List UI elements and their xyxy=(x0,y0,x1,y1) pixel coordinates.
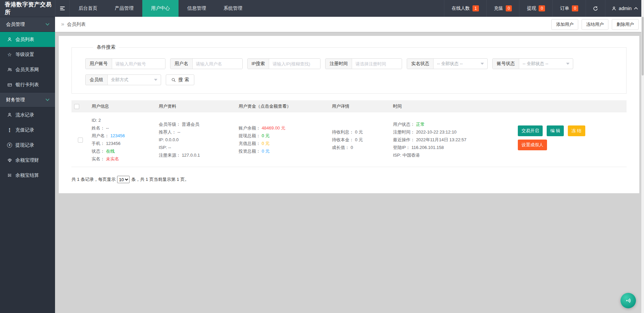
search-legend: 条件搜索 xyxy=(93,44,119,50)
page-size-select[interactable]: 10 xyxy=(117,176,130,183)
sidebar-item-recharge-records[interactable]: ⋮ 充值记录 xyxy=(0,122,55,138)
bank-card-icon xyxy=(7,83,12,87)
nav-stat-recharge-label: 充值 xyxy=(494,5,503,11)
nav-stat-orders-label: 订单 xyxy=(560,5,569,11)
chevron-up-icon xyxy=(634,7,638,10)
freeze-button[interactable]: 冻 结 xyxy=(568,125,585,136)
vertical-dots-icon: ⋮ xyxy=(7,127,12,133)
nav-stat-withdraw[interactable]: 提现 0 xyxy=(519,0,552,17)
nav-item-information[interactable]: 信息管理 xyxy=(179,0,215,17)
user-icon xyxy=(7,112,12,117)
sidebar-group-member-management[interactable]: 会员管理 xyxy=(0,17,55,32)
pending-principal-value: 0 元 xyxy=(355,137,363,142)
sidebar-item-member-list[interactable]: 会员列表 xyxy=(0,32,55,47)
add-user-button[interactable]: 添加用户 xyxy=(551,19,578,30)
reg-time-field-group: 注册时间 xyxy=(325,58,402,69)
sidebar-item-label: 会员关系网 xyxy=(15,67,39,73)
nav-right: 在线人数 1 充值 0 提现 0 订单 0 admin xyxy=(444,0,644,17)
nav-item-system[interactable]: 系统管理 xyxy=(215,0,251,17)
row-checkbox[interactable] xyxy=(78,138,83,143)
recharge-total-amount[interactable]: 0 元 xyxy=(262,141,270,146)
sidebar-item-label: 余额宝结算 xyxy=(15,172,39,178)
pagination-prefix: 共 1 条记录，每页显示 xyxy=(71,176,115,182)
real-status-select[interactable]: -- 全部状态 -- xyxy=(434,61,487,67)
name-label: 姓名： xyxy=(92,125,106,131)
last-action-label: 最近操作： xyxy=(393,137,416,142)
sidebar-item-level-settings[interactable]: ☆ 等级设置 xyxy=(0,47,55,62)
page-scrollbar xyxy=(641,0,644,313)
user-menu[interactable]: admin xyxy=(605,0,644,17)
member-group-field-group: 会员组 全部方式 xyxy=(85,74,161,85)
sidebar-item-label: 流水记录 xyxy=(15,112,34,118)
level-label: 会员等级： xyxy=(159,122,182,127)
user-status-badge: 正常 xyxy=(416,122,425,127)
account-status-field-group: 账号状态 -- 全部状态 -- xyxy=(492,58,573,69)
balance-label: 账户余额： xyxy=(239,125,262,131)
header-user-funds: 用户资金（点击金额查看） xyxy=(236,100,329,112)
freeze-user-button[interactable]: 冻结用户 xyxy=(582,19,608,30)
search-button-label: 搜 索 xyxy=(179,77,189,83)
invest-total-amount[interactable]: 0 元 xyxy=(262,149,270,154)
search-filter-box: 条件搜索 用户账号 用户名 IP搜索 xyxy=(71,44,627,94)
account-status-select[interactable]: -- 全部状态 -- xyxy=(519,61,573,67)
online-status-badge: 在线 xyxy=(106,149,115,154)
withdraw-total-label: 提现总额： xyxy=(239,133,262,138)
nav-item-dashboard[interactable]: 后台首页 xyxy=(70,0,106,17)
list-icon xyxy=(7,173,12,177)
sidebar-item-label: 提现记录 xyxy=(15,142,34,148)
pagination: 共 1 条记录，每页显示 10 条，共 1 页当前显示第 1 页。 xyxy=(71,176,627,183)
login-ip-value: 116.206.101.158 xyxy=(411,145,444,150)
delete-user-button[interactable]: 删除用户 xyxy=(612,19,639,30)
balance-amount[interactable]: 48469.00 元 xyxy=(262,125,286,131)
sidebar-item-yuebao-finance[interactable]: 余额宝理财 xyxy=(0,153,55,168)
nav-stat-recharge[interactable]: 充值 0 xyxy=(486,0,519,17)
header-user-details: 用户详情 xyxy=(329,100,390,112)
recharge-count-badge: 0 xyxy=(506,5,512,11)
sidebar-item-flow-records[interactable]: 流水记录 xyxy=(0,107,55,122)
cell-user-profile: 会员等级： 普通会员 推荐人： -- IP: 0.0.0.0 ISP: -- 注… xyxy=(156,112,236,167)
nav-item-products[interactable]: 产品管理 xyxy=(106,0,142,17)
refresh-icon xyxy=(593,6,598,11)
reg-time-input[interactable] xyxy=(352,59,402,69)
phone-label: 手机： xyxy=(92,141,106,146)
star-icon: ☆ xyxy=(7,52,12,57)
ip-field-label: IP搜索 xyxy=(248,59,269,69)
sidebar-item-yuebao-settlement[interactable]: 余额宝结算 xyxy=(0,168,55,183)
trade-toggle-button[interactable]: 交易开启 xyxy=(518,125,543,136)
nav-item-user-center[interactable]: 用户中心 xyxy=(142,0,179,17)
recharge-total-label: 充值总额： xyxy=(239,141,262,146)
cell-user-funds: 账户余额： 48469.00 元 提现总额： 0 元 充值总额： 0 元 投资总… xyxy=(236,112,329,167)
nav-stat-orders[interactable]: 订单 0 xyxy=(552,0,586,17)
user-status-label: 用户状态： xyxy=(393,122,416,127)
id-label: ID: xyxy=(92,118,98,123)
refresh-button[interactable] xyxy=(586,0,605,17)
cell-time: 用户状态： 正常 注册时间： 2022-10-22 23:12:10 最近操作：… xyxy=(390,112,515,167)
account-input[interactable] xyxy=(112,59,165,69)
search-button[interactable]: 搜 索 xyxy=(166,74,195,85)
sidebar-item-member-network[interactable]: 会员关系网 xyxy=(0,62,55,77)
service-widget-button[interactable] xyxy=(621,293,636,308)
withdraw-total-amount[interactable]: 0 元 xyxy=(262,133,270,138)
username-link[interactable]: 123456 xyxy=(110,133,125,138)
scrollbar-thumb[interactable] xyxy=(642,17,644,75)
realname-label: 实名： xyxy=(92,156,106,161)
sidebar-item-label: 会员列表 xyxy=(15,37,34,43)
sidebar-item-withdraw-records[interactable]: ¥ 提现记录 xyxy=(0,138,55,153)
member-group-select[interactable]: 全部方式 xyxy=(108,77,161,83)
online-count-badge: 1 xyxy=(473,5,479,11)
login-ip-label: 登陆IP： xyxy=(393,145,411,150)
content-area: 条件搜索 用户账号 用户名 IP搜索 xyxy=(55,32,644,313)
sidebar-item-bank-card-list[interactable]: 银行卡列表 xyxy=(0,77,55,92)
select-all-checkbox[interactable] xyxy=(74,104,79,109)
ip-search-input[interactable] xyxy=(269,59,320,69)
sidebar-item-label: 充值记录 xyxy=(15,127,34,133)
account-field-group: 用户账号 xyxy=(85,58,165,69)
set-fake-user-button[interactable]: 设置成假人 xyxy=(518,140,547,150)
real-status-field-label: 实名状态 xyxy=(407,59,434,69)
sidebar-group-finance-management[interactable]: 财务管理 xyxy=(0,92,55,107)
nav-stat-online[interactable]: 在线人数 1 xyxy=(444,0,486,17)
table-header-row: 用户信息 用户资料 用户资金（点击金额查看） 用户详情 时间 xyxy=(71,100,627,112)
edit-button[interactable]: 编 辑 xyxy=(547,125,564,136)
username-input[interactable] xyxy=(193,59,242,69)
sidebar-toggle-button[interactable] xyxy=(55,0,70,17)
